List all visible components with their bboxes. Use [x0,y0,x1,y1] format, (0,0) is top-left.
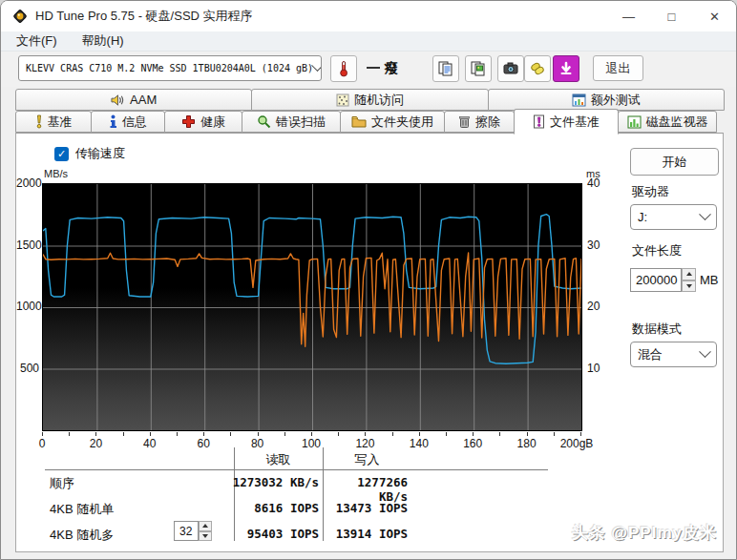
x-axis-tick-label: 60 [184,437,222,450]
queue-depth-input[interactable]: 32 [174,521,199,541]
file-benchmark-panel: 传输速度 MB/s ms 200015001000500 40302010 02… [15,133,724,552]
copy-text-icon [437,60,454,77]
tab-benchmark[interactable]: 基准 [15,111,92,133]
tab-health[interactable]: 健康 [164,111,242,133]
tab-strip: AAM 随机访问 额外测试 [1,87,736,133]
donate-button[interactable] [524,55,551,82]
tab-random-access[interactable]: 随机访问 [251,89,488,111]
x-axis-tick-label: 120 [346,437,384,450]
x-axis-tick-label: 100 [292,437,330,450]
x-axis-end-label: 200gB [558,437,596,450]
random-single-read-value: 8616 IOPS [221,501,319,515]
tab-label: 随机访问 [354,92,404,109]
write-column-header: 写入 [323,451,411,468]
read-column-header: 读取 [234,451,323,468]
row-4k-random-single-label: 4KB 随机单 [50,501,114,518]
tab-label: 基准 [48,114,73,131]
window-title: HD Tune Pro 5.75 - 硬盘/SSD 实用程序 [35,8,253,25]
title-bar: HD Tune Pro 5.75 - 硬盘/SSD 实用程序 — □ ✕ [1,1,736,31]
temperature-unit: 癈 [385,60,398,77]
drive-dropdown[interactable]: J: [630,204,717,230]
screenshot-button[interactable] [497,55,524,82]
spin-down-button[interactable] [199,531,212,542]
health-cross-icon [181,114,196,129]
copy-text-button[interactable] [432,55,459,82]
update-button[interactable] [553,55,579,82]
file-length-input[interactable]: 200000 [630,268,682,292]
tab-info[interactable]: 信息 [91,111,165,133]
tab-label: AAM [130,93,157,107]
tab-disk-monitor[interactable]: 磁盘监视器 [618,111,717,133]
y-axis-tick-label: 1000 [16,300,39,313]
file-length-spinner: 200000 MB [630,268,719,292]
thermometer-icon [336,60,351,77]
right-axis-tick-label: 40 [587,176,612,190]
drive-label: 驱动器 [632,183,669,200]
extra-tests-icon [572,93,586,107]
spin-up-button[interactable] [682,268,696,280]
file-benchmark-icon [533,114,545,129]
menu-file[interactable]: 文件(F) [12,31,61,51]
speaker-icon [111,93,125,107]
tab-label: 文件夹使用 [371,114,433,131]
x-axis-tick-label: 0 [23,437,61,450]
y-axis-tick-label: 1500 [16,239,39,252]
x-axis-minor-tick [527,432,528,436]
menu-bar: 文件(F) 帮助(H) [1,31,736,52]
tab-error-scan[interactable]: 错误扫描 [242,111,341,133]
tab-extra-tests[interactable]: 额外测试 [488,89,725,111]
minimize-button[interactable]: — [607,1,650,31]
tab-label: 健康 [200,114,225,131]
x-axis-tick-label: 80 [239,437,277,450]
row-sequential-label: 顺序 [50,475,74,492]
spin-down-button[interactable] [682,280,696,293]
benchmark-chart-svg [43,184,581,430]
benchmark-chart-plot [42,183,582,431]
drive-selector-value: KLEVV CRAS C710 M.2 NVMe SSD 1TBU0204A0L… [26,63,313,73]
x-axis-minor-tick [230,432,231,436]
y-axis-tick-label: 2000 [16,176,39,190]
chevron-down-icon [699,208,711,220]
watermark-text: 头条 @PPImy皮米 [572,522,717,544]
tab-row-lower: 基准 信息 健康 错误扫描 [15,111,724,133]
x-axis-minor-tick [284,432,285,436]
donate-hands-icon [529,60,546,77]
x-axis-minor-tick [338,432,339,436]
random-multi-write-value: 13914 IOPS [327,527,408,541]
trash-icon [458,114,471,129]
copy-image-button[interactable] [465,55,492,82]
x-axis-minor-tick [365,432,366,436]
temperature-value-dash [367,67,380,69]
x-axis-minor-tick [473,432,474,436]
queue-depth-spinner: 32 [174,521,212,541]
x-axis-minor-tick [392,432,393,436]
drive-selector-dropdown[interactable]: KLEVV CRAS C710 M.2 NVMe SSD 1TBU0204A0L… [18,55,322,81]
x-axis-minor-tick [446,432,447,436]
tab-file-benchmark[interactable]: 文件基准 [514,109,619,135]
data-mode-dropdown[interactable]: 混合 [630,342,717,367]
x-axis-minor-tick [203,432,204,436]
data-mode-label: 数据模式 [632,321,682,338]
file-length-label: 文件长度 [632,242,682,259]
folder-usage-icon [351,115,367,128]
toolbar: KLEVV CRAS C710 M.2 NVMe SSD 1TBU0204A0L… [1,52,736,87]
x-axis-minor-tick [123,432,124,436]
temperature-button[interactable] [330,55,357,82]
menu-help[interactable]: 帮助(H) [78,31,128,51]
x-axis-minor-tick [580,432,581,436]
left-axis-unit-label: MB/s [44,168,68,179]
exit-button[interactable]: 退出 [593,55,643,81]
start-button[interactable]: 开始 [630,148,719,176]
row-4k-random-multi-label: 4KB 随机多 [50,527,114,544]
maximize-button[interactable]: □ [650,1,693,31]
disk-monitor-icon [627,115,642,129]
close-button[interactable]: ✕ [693,1,736,31]
tab-aam[interactable]: AAM [15,89,252,111]
sequential-write-value: 1277266 KB/s [327,475,408,504]
tab-folder-usage[interactable]: 文件夹使用 [340,111,445,133]
transfer-speed-checkbox[interactable]: 传输速度 [54,145,125,162]
x-axis-minor-tick [177,432,178,436]
spin-up-button[interactable] [199,521,212,531]
x-axis-tick-label: 40 [131,437,169,450]
tab-erase[interactable]: 擦除 [444,111,515,133]
